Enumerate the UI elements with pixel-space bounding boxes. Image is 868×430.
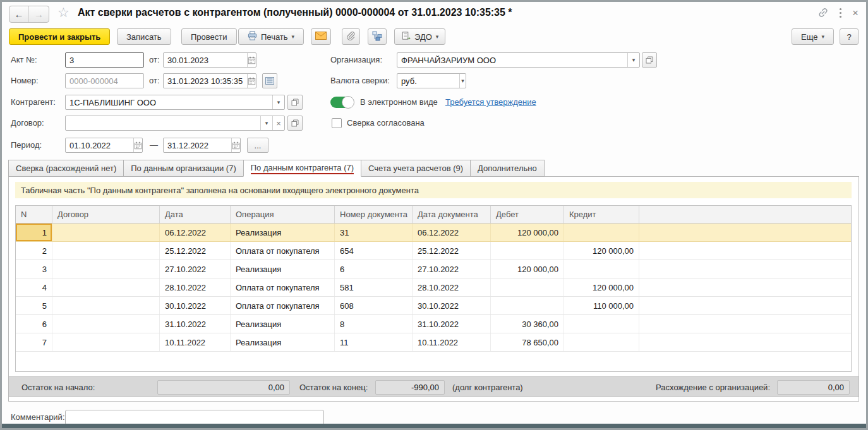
- comment-input[interactable]: [66, 410, 323, 424]
- cell-operation[interactable]: Оплата от покупателя: [231, 242, 335, 260]
- cell-operation[interactable]: Реализация: [231, 315, 335, 333]
- cell-contract[interactable]: [52, 260, 160, 278]
- more-actions-button[interactable]: Еще▾: [792, 28, 834, 45]
- clear-icon[interactable]: ×: [272, 116, 284, 130]
- cell-contract[interactable]: [52, 242, 160, 260]
- cell-date[interactable]: 10.11.2022: [160, 333, 231, 351]
- column-header-1[interactable]: Договор: [52, 206, 160, 223]
- cell-n[interactable]: 2: [16, 242, 52, 260]
- column-header-2[interactable]: Дата: [160, 206, 231, 223]
- cell-debit[interactable]: 78 650,00: [491, 333, 564, 351]
- reconciliation-agreed-checkbox[interactable]: [332, 118, 342, 128]
- table-row[interactable]: 327.10.2022Реализация627.10.2022120 000,…: [16, 260, 851, 278]
- cell-date[interactable]: 27.10.2022: [160, 260, 231, 278]
- cell-contract[interactable]: [52, 297, 160, 314]
- cell-date[interactable]: 30.10.2022: [160, 297, 231, 314]
- edo-button[interactable]: ЭДО▾: [394, 28, 445, 45]
- cell-date[interactable]: 25.12.2022: [160, 242, 231, 260]
- electronic-toggle[interactable]: [330, 97, 354, 108]
- email-button[interactable]: [311, 28, 331, 45]
- cell-contract[interactable]: [52, 315, 160, 333]
- cell-doc_number[interactable]: 654: [335, 242, 413, 260]
- number-input[interactable]: [66, 74, 143, 88]
- cell-operation[interactable]: Реализация: [231, 224, 335, 241]
- post-and-close-button[interactable]: Провести и закрыть: [9, 28, 110, 45]
- table-row[interactable]: 631.10.2022Реализация831.10.202230 360,0…: [16, 315, 851, 333]
- period-from-input[interactable]: [66, 138, 133, 152]
- cell-operation[interactable]: Реализация: [231, 260, 335, 278]
- cell-contract[interactable]: [52, 278, 160, 296]
- cell-credit[interactable]: [564, 315, 639, 333]
- cell-doc_date[interactable]: 30.10.2022: [413, 297, 491, 314]
- act-no-input[interactable]: [66, 53, 143, 67]
- cell-doc_number[interactable]: 608: [335, 297, 413, 314]
- cell-operation[interactable]: Оплата от покупателя: [231, 297, 335, 314]
- cell-credit[interactable]: 120 000,00: [564, 242, 639, 260]
- tab-3[interactable]: Счета учета расчетов (9): [361, 160, 471, 177]
- number-history-button[interactable]: [262, 73, 277, 88]
- approval-required-link[interactable]: Требуется утверждение: [445, 95, 536, 110]
- column-header-6[interactable]: Дебет: [491, 206, 564, 223]
- cell-doc_number[interactable]: 581: [335, 278, 413, 296]
- tab-4[interactable]: Дополнительно: [470, 160, 545, 177]
- forward-button[interactable]: →: [29, 6, 49, 22]
- cell-date[interactable]: 28.10.2022: [160, 278, 231, 296]
- cell-debit[interactable]: 120 000,00: [491, 224, 564, 241]
- calendar-icon[interactable]: [247, 74, 256, 88]
- cell-credit[interactable]: 120 000,00: [564, 278, 639, 296]
- cell-credit[interactable]: 110 000,00: [564, 297, 639, 314]
- cell-n[interactable]: 3: [16, 260, 52, 278]
- cell-doc_number[interactable]: 31: [335, 224, 413, 241]
- cell-doc_date[interactable]: 25.12.2022: [413, 242, 491, 260]
- cell-debit[interactable]: 120 000,00: [491, 260, 564, 278]
- tab-0[interactable]: Сверка (расхождений нет): [8, 160, 124, 177]
- chevron-down-icon[interactable]: ▾: [272, 95, 284, 109]
- contract-open-button[interactable]: [287, 116, 303, 131]
- favorite-star-icon[interactable]: ☆: [57, 5, 69, 20]
- cell-doc_date[interactable]: 28.10.2022: [413, 278, 491, 296]
- column-header-7[interactable]: Кредит: [564, 206, 639, 223]
- counterparty-input[interactable]: [66, 95, 272, 109]
- period-choose-button[interactable]: ...: [247, 138, 268, 153]
- organization-open-button[interactable]: [642, 52, 657, 68]
- organization-input[interactable]: [397, 53, 627, 67]
- currency-input[interactable]: [397, 74, 459, 88]
- chevron-down-icon[interactable]: ▾: [627, 53, 639, 67]
- post-button[interactable]: Провести: [181, 28, 237, 45]
- cell-n[interactable]: 4: [16, 278, 52, 296]
- tab-1[interactable]: По данным организации (7): [123, 160, 244, 177]
- calendar-icon[interactable]: [247, 53, 256, 67]
- cell-doc_date[interactable]: 31.10.2022: [413, 315, 491, 333]
- column-header-5[interactable]: Дата документа: [413, 206, 491, 223]
- contract-input[interactable]: [66, 116, 260, 130]
- cell-credit[interactable]: [564, 333, 639, 351]
- table-row[interactable]: 428.10.2022Оплата от покупателя58128.10.…: [16, 278, 851, 297]
- cell-n[interactable]: 1: [16, 224, 52, 241]
- table-row[interactable]: 106.12.2022Реализация3106.12.2022120 000…: [16, 224, 851, 242]
- cell-doc_number[interactable]: 11: [335, 333, 413, 351]
- cell-doc_date[interactable]: 10.11.2022: [413, 333, 491, 351]
- cell-operation[interactable]: Реализация: [231, 333, 335, 351]
- cell-n[interactable]: 6: [16, 315, 52, 333]
- column-header-4[interactable]: Номер документа: [335, 206, 413, 223]
- number-date-input[interactable]: [164, 74, 247, 88]
- table-row[interactable]: 225.12.2022Оплата от покупателя65425.12.…: [16, 242, 851, 260]
- column-header-3[interactable]: Операция: [231, 206, 335, 223]
- back-button[interactable]: ←: [9, 6, 29, 22]
- related-documents-button[interactable]: [368, 28, 387, 45]
- cell-contract[interactable]: [52, 224, 160, 241]
- cell-doc_number[interactable]: 6: [335, 260, 413, 278]
- cell-debit[interactable]: [491, 297, 564, 314]
- help-button[interactable]: ?: [840, 28, 859, 45]
- chevron-down-icon[interactable]: ▾: [260, 116, 272, 130]
- cell-doc_number[interactable]: 8: [335, 315, 413, 333]
- save-button[interactable]: Записать: [117, 28, 171, 45]
- cell-doc_date[interactable]: 27.10.2022: [413, 260, 491, 278]
- cell-date[interactable]: 31.10.2022: [160, 315, 231, 333]
- close-icon[interactable]: ×: [852, 8, 859, 18]
- act-date-input[interactable]: [164, 53, 247, 67]
- cell-debit[interactable]: [491, 242, 564, 260]
- cell-n[interactable]: 7: [16, 333, 52, 351]
- cell-credit[interactable]: [564, 260, 639, 278]
- counterparty-open-button[interactable]: [287, 95, 303, 110]
